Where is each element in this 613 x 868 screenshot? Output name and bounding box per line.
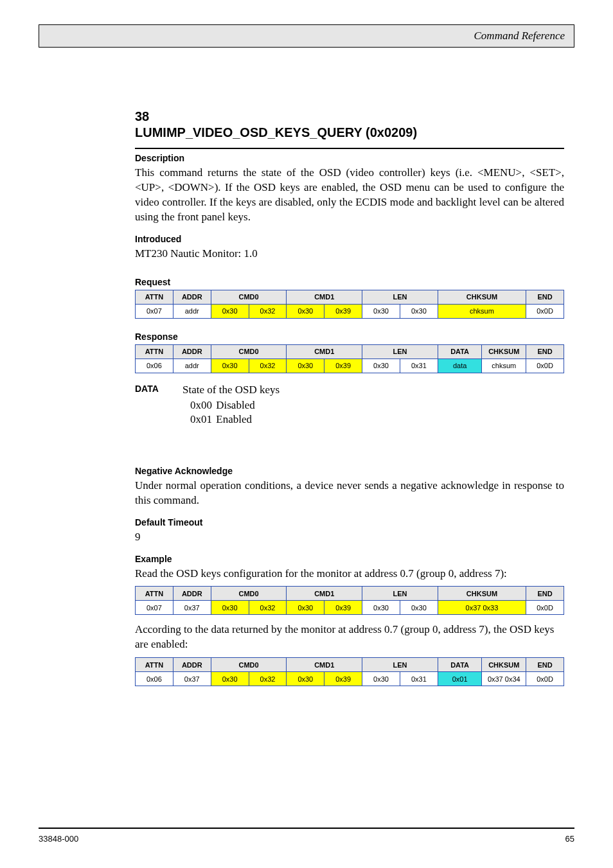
td: 0x30 [362, 601, 400, 615]
td: 0x30 [211, 672, 249, 686]
th: END [526, 290, 564, 304]
td: 0x31 [400, 359, 438, 373]
td: 0x30 [400, 304, 438, 318]
th: END [526, 344, 564, 359]
response-label: Response [135, 332, 564, 342]
nack-text: Under normal operation conditions, a dev… [135, 479, 564, 508]
td: 0x39 [324, 601, 362, 615]
th: CHKSUM [482, 344, 526, 359]
td: 0x01 [438, 672, 482, 686]
table-row: 0x06 addr 0x30 0x32 0x30 0x39 0x30 0x31 … [136, 359, 564, 373]
description-text: This command returns the state of the OS… [135, 166, 564, 225]
param-val: Enabled [216, 413, 252, 425]
td: 0x30 [400, 601, 438, 615]
description-label: Description [135, 153, 564, 163]
timeout-label: Default Timeout [135, 517, 564, 527]
param-key: 0x01 [190, 413, 213, 426]
table-header-row: ATTN ADDR CMD0 CMD1 LEN DATA CHKSUM END [136, 658, 564, 672]
th: CMD0 [211, 290, 287, 304]
td: 0x30 [287, 304, 324, 318]
response-table: ATTN ADDR CMD0 CMD1 LEN DATA CHKSUM END … [135, 344, 564, 373]
table-row: 0x07 addr 0x30 0x32 0x30 0x39 0x30 0x30 … [136, 304, 564, 318]
td: data [438, 359, 482, 373]
th: CMD1 [287, 290, 362, 304]
th: ATTN [136, 290, 173, 304]
th: DATA [438, 344, 482, 359]
td: 0x32 [249, 359, 287, 373]
td: 0x06 [136, 672, 173, 686]
td: 0x37 0x33 [438, 601, 526, 615]
td: 0x07 [136, 601, 173, 615]
header-band: Command Reference [39, 24, 574, 48]
footer-left: 33848-000 [39, 834, 78, 844]
th: END [526, 658, 564, 672]
td: 0x37 [173, 601, 211, 615]
td: addr [173, 359, 211, 373]
footer: 33848-000 65 [39, 828, 574, 844]
table-header-row: ATTN ADDR CMD0 CMD1 LEN DATA CHKSUM END [136, 344, 564, 359]
td: 0x39 [324, 359, 362, 373]
request-label: Request [135, 277, 564, 287]
th: CMD0 [211, 344, 287, 359]
th: CMD0 [211, 587, 287, 601]
td: chksum [482, 359, 526, 373]
td: 0x32 [249, 304, 287, 318]
td: 0x0D [526, 601, 564, 615]
param-list: 0x00 Disabled 0x01 Enabled [190, 399, 564, 426]
td: 0x07 [136, 304, 173, 318]
td: 0x30 [362, 304, 400, 318]
th: CMD1 [287, 587, 362, 601]
td: 0x39 [324, 672, 362, 686]
table-header-row: ATTN ADDR CMD0 CMD1 LEN CHKSUM END [136, 587, 564, 601]
td: 0x32 [249, 601, 287, 615]
th: ADDR [173, 658, 211, 672]
th: CHKSUM [482, 658, 526, 672]
td: 0x37 0x34 [482, 672, 526, 686]
td: 0x39 [324, 304, 362, 318]
td: 0x30 [287, 359, 324, 373]
section-number: 38 [135, 109, 564, 124]
th: ADDR [173, 290, 211, 304]
th: END [526, 587, 564, 601]
table-row: 0x07 0x37 0x30 0x32 0x30 0x39 0x30 0x30 … [136, 601, 564, 615]
request-table: ATTN ADDR CMD0 CMD1 LEN CHKSUM END 0x07 … [135, 290, 564, 319]
param-val: Disabled [216, 399, 254, 411]
th: ADDR [173, 587, 211, 601]
introduced-text: MT230 Nautic Monitor: 1.0 [135, 247, 564, 261]
th: LEN [362, 587, 438, 601]
td: 0x30 [362, 672, 400, 686]
th: CHKSUM [438, 587, 526, 601]
section-rule [135, 148, 564, 149]
td: 0x30 [211, 601, 249, 615]
th: ADDR [173, 344, 211, 359]
introduced-label: Introduced [135, 234, 564, 244]
example-mid-text: According to the data returned by the mo… [135, 623, 564, 652]
td: chksum [438, 304, 526, 318]
example-label: Example [135, 554, 564, 564]
nack-label: Negative Acknowledge [135, 466, 564, 476]
td: 0x30 [211, 359, 249, 373]
content: 38 LUMIMP_VIDEO_OSD_KEYS_QUERY (0x0209) … [135, 109, 564, 686]
footer-rule [39, 828, 574, 829]
td: 0x37 [173, 672, 211, 686]
th: ATTN [136, 658, 173, 672]
example-rx-table: ATTN ADDR CMD0 CMD1 LEN DATA CHKSUM END … [135, 657, 564, 686]
section-title: LUMIMP_VIDEO_OSD_KEYS_QUERY (0x0209) [135, 125, 564, 140]
td: 0x0D [526, 672, 564, 686]
td: 0x0D [526, 359, 564, 373]
th: LEN [362, 344, 438, 359]
th: CHKSUM [438, 290, 526, 304]
table-row: 0x06 0x37 0x30 0x32 0x30 0x39 0x30 0x31 … [136, 672, 564, 686]
th: LEN [362, 658, 438, 672]
td: 0x30 [211, 304, 249, 318]
td: 0x30 [362, 359, 400, 373]
page: Command Reference 38 LUMIMP_VIDEO_OSD_KE… [0, 0, 613, 868]
param-label: DATA [135, 384, 180, 394]
th: ATTN [136, 344, 173, 359]
th: CMD1 [287, 344, 362, 359]
td: 0x0D [526, 304, 564, 318]
th: CMD0 [211, 658, 287, 672]
param-key: 0x00 [190, 399, 213, 412]
td: 0x30 [287, 672, 324, 686]
td: 0x06 [136, 359, 173, 373]
